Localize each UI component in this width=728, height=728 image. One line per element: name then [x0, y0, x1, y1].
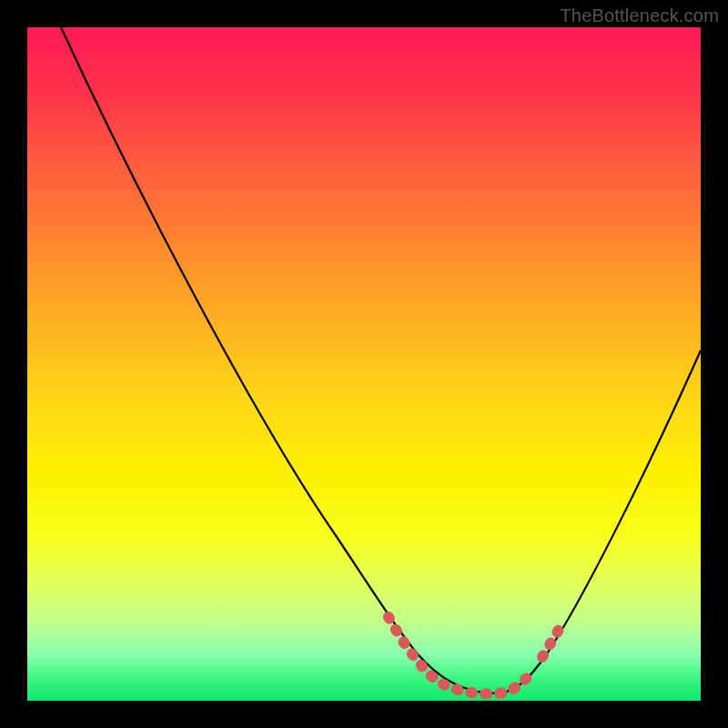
- bottleneck-curve-right: [499, 350, 701, 693]
- curve-group: [61, 27, 701, 693]
- plot-area: [27, 27, 701, 701]
- bottom-highlight-segment: [389, 617, 533, 693]
- curve-layer: [27, 27, 701, 701]
- bottleneck-curve-left: [61, 27, 499, 693]
- bottom-highlight-right-dot: [542, 630, 559, 657]
- chart-frame: TheBottleneck.com: [0, 0, 728, 728]
- watermark-text: TheBottleneck.com: [560, 5, 719, 26]
